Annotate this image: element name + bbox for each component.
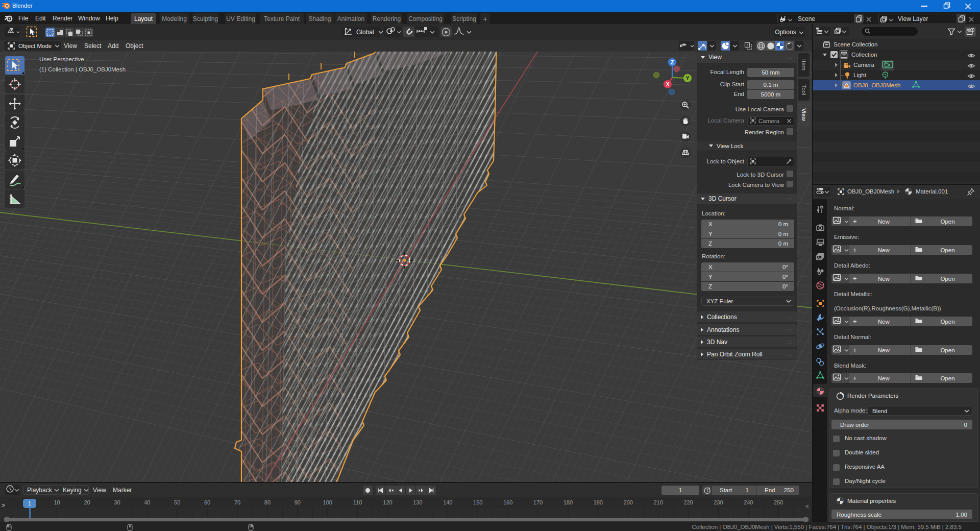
svg-text:10: 10	[54, 499, 60, 505]
svg-text:X: X	[666, 82, 670, 87]
svg-text:70: 70	[234, 499, 240, 505]
svg-text:20: 20	[84, 499, 90, 505]
svg-text:170: 170	[533, 499, 543, 505]
svg-text:50: 50	[174, 499, 180, 505]
svg-text:240: 240	[744, 499, 753, 505]
svg-text:200: 200	[624, 499, 633, 505]
svg-text:Y: Y	[686, 76, 690, 81]
svg-text:120: 120	[383, 499, 392, 505]
svg-text:60: 60	[204, 499, 210, 505]
svg-text:View: View	[801, 108, 807, 121]
svg-text:230: 230	[714, 499, 723, 505]
svg-text:220: 220	[683, 499, 693, 505]
svg-text:150: 150	[473, 499, 482, 505]
svg-text:90: 90	[295, 499, 301, 505]
svg-text:Tool: Tool	[801, 84, 807, 95]
svg-text:190: 190	[594, 499, 603, 505]
svg-text:110: 110	[353, 499, 362, 505]
svg-text:30: 30	[114, 499, 120, 505]
svg-text:180: 180	[564, 499, 573, 505]
svg-text:140: 140	[443, 499, 452, 505]
svg-text:130: 130	[413, 499, 422, 505]
svg-text:Item: Item	[801, 59, 807, 70]
svg-text:80: 80	[264, 499, 271, 505]
svg-text:160: 160	[503, 499, 512, 505]
svg-text:210: 210	[653, 499, 663, 505]
svg-text:Z: Z	[671, 60, 674, 65]
svg-text:100: 100	[323, 499, 332, 505]
svg-text:40: 40	[144, 499, 150, 505]
svg-text:250: 250	[774, 499, 783, 505]
